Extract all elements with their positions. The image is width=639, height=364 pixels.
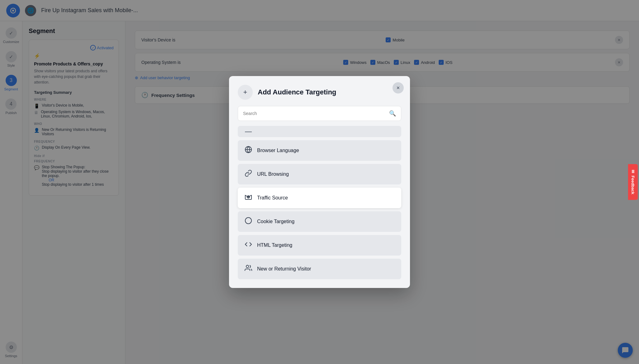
modal-header: + Add Audience Targeting — [238, 85, 401, 100]
cookie-targeting-label: Cookie Targeting — [257, 219, 295, 224]
option-new-returning[interactable]: New or Returning Visitor — [238, 259, 401, 279]
option-item-partial[interactable]: — — [238, 126, 401, 137]
cookie-targeting-icon — [244, 217, 253, 226]
option-browser-language[interactable]: Browser Language — [238, 140, 401, 161]
svg-point-5 — [246, 265, 249, 268]
url-browsing-icon — [244, 170, 253, 179]
traffic-source-icon — [244, 193, 253, 203]
add-audience-modal: + Add Audience Targeting × 🔍 — Browser L… — [229, 76, 410, 288]
html-targeting-icon — [244, 241, 253, 250]
html-targeting-label: HTML Targeting — [257, 242, 292, 248]
modal-title: Add Audience Targeting — [258, 88, 336, 96]
option-cookie-targeting[interactable]: Cookie Targeting — [238, 211, 401, 232]
option-html-targeting[interactable]: HTML Targeting — [238, 235, 401, 256]
browser-language-icon — [244, 146, 253, 155]
feedback-label: Feedback — [631, 176, 635, 194]
modal-search-container[interactable]: 🔍 — [238, 106, 401, 121]
modal-close-button[interactable]: × — [393, 82, 404, 93]
partial-icon: — — [244, 127, 253, 136]
option-url-browsing[interactable]: URL Browsing — [238, 164, 401, 184]
browser-language-label: Browser Language — [257, 148, 299, 153]
modal-overlay: + Add Audience Targeting × 🔍 — Browser L… — [0, 0, 639, 364]
svg-point-4 — [245, 218, 251, 224]
option-traffic-source[interactable]: Traffic Source — [238, 188, 401, 208]
search-icon: 🔍 — [389, 110, 396, 117]
feedback-icon: ✉ — [631, 170, 635, 173]
search-input[interactable] — [243, 111, 387, 116]
new-returning-label: New or Returning Visitor — [257, 266, 311, 272]
modal-plus-icon: + — [238, 85, 253, 100]
traffic-source-label: Traffic Source — [257, 195, 288, 201]
url-browsing-label: URL Browsing — [257, 171, 289, 177]
new-returning-icon — [244, 264, 253, 274]
feedback-tab[interactable]: ✉ Feedback — [628, 164, 638, 200]
